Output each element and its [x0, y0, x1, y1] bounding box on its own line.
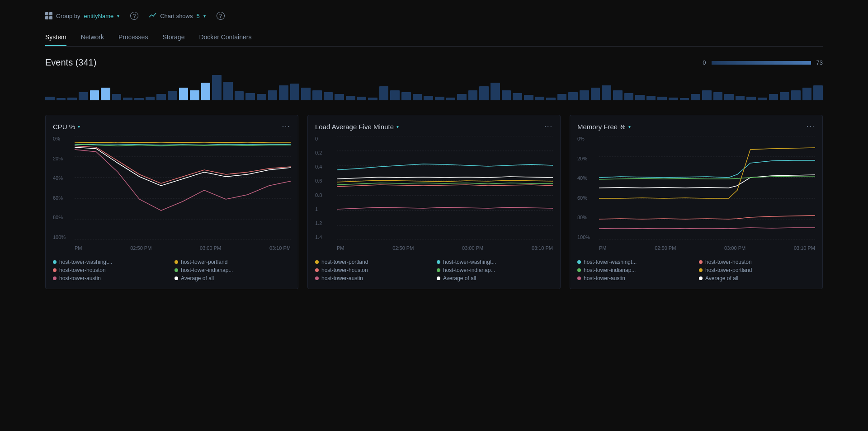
histogram-bar[interactable] — [257, 94, 266, 100]
histogram-bar[interactable] — [90, 90, 99, 100]
histogram-bar[interactable] — [290, 84, 300, 100]
histogram-bar[interactable] — [335, 94, 344, 100]
histogram-bar[interactable] — [324, 92, 333, 100]
histogram-bar[interactable] — [557, 94, 567, 100]
histogram-bar[interactable] — [401, 92, 411, 100]
histogram-bar[interactable] — [212, 75, 222, 100]
histogram-bar[interactable] — [468, 90, 478, 100]
histogram-bar[interactable] — [446, 98, 456, 100]
histogram-bar[interactable] — [346, 96, 355, 100]
histogram-bar[interactable] — [45, 97, 55, 100]
histogram-bar[interactable] — [223, 82, 233, 100]
cpu-chart-more[interactable]: ··· — [282, 122, 291, 131]
memory-title-group[interactable]: Memory Free % ▾ — [577, 123, 631, 131]
tab-docker[interactable]: Docker Containers — [199, 30, 251, 46]
histogram-bar[interactable] — [535, 97, 545, 100]
memory-chart-panel: Memory Free % ▾ ··· 100% 80% 60% 40% 20%… — [570, 115, 823, 289]
tab-storage[interactable]: Storage — [162, 30, 184, 46]
histogram-bar[interactable] — [312, 90, 322, 100]
range-bar — [712, 61, 811, 65]
histogram-bar[interactable] — [123, 98, 132, 100]
load-title-group[interactable]: Load Average Five Minute ▾ — [315, 123, 399, 131]
load-chart-panel: Load Average Five Minute ▾ ··· 1.4 1.2 1… — [307, 115, 561, 289]
histogram-bar[interactable] — [813, 85, 823, 100]
memory-chart-header: Memory Free % ▾ ··· — [577, 122, 815, 131]
histogram-bar[interactable] — [746, 97, 756, 100]
histogram-bar[interactable] — [79, 92, 88, 100]
histogram-bar[interactable] — [279, 85, 288, 100]
svg-rect-0 — [45, 12, 48, 15]
histogram-bar[interactable] — [457, 94, 467, 100]
chart-shows-value: 5 — [196, 13, 199, 19]
histogram-bar[interactable] — [580, 90, 589, 100]
histogram-bar[interactable] — [168, 91, 177, 100]
histogram-bar[interactable] — [657, 97, 667, 100]
histogram-bar[interactable] — [301, 88, 311, 101]
load-chart-more[interactable]: ··· — [544, 122, 553, 131]
histogram-bar[interactable] — [736, 96, 745, 100]
histogram-bar[interactable] — [235, 91, 244, 100]
group-by-value: entityName — [84, 13, 113, 19]
tab-system[interactable]: System — [45, 30, 66, 46]
histogram-bar[interactable] — [513, 93, 522, 100]
histogram-bar[interactable] — [502, 90, 511, 100]
histogram-bar[interactable] — [780, 92, 789, 100]
histogram-bar[interactable] — [769, 94, 778, 100]
load-y-axis: 1.4 1.2 1 0.8 0.6 0.4 0.2 0 — [315, 136, 335, 240]
histogram-bar[interactable] — [179, 88, 189, 101]
histogram-bar[interactable] — [546, 98, 556, 100]
memory-chart-more[interactable]: ··· — [807, 122, 815, 131]
histogram-bar[interactable] — [368, 98, 377, 100]
histogram-bar[interactable] — [435, 97, 444, 100]
histogram-bar[interactable] — [491, 83, 500, 100]
histogram-bar[interactable] — [413, 94, 422, 100]
histogram-bar[interactable] — [591, 88, 600, 101]
histogram-bar[interactable] — [680, 98, 689, 100]
histogram-bar[interactable] — [390, 90, 400, 100]
histogram-bar[interactable] — [758, 98, 767, 100]
histogram-bar[interactable] — [669, 98, 678, 100]
cpu-chart-panel: CPU % ▾ ··· 100% 80% 60% 40% 20% 0% — [45, 115, 298, 289]
histogram-bar[interactable] — [268, 90, 278, 100]
legend-item: host-tower-indianap... — [437, 267, 553, 273]
histogram-bar[interactable] — [479, 86, 489, 100]
histogram-bar[interactable] — [624, 93, 634, 100]
histogram-bar[interactable] — [724, 94, 734, 100]
histogram-bar[interactable] — [424, 96, 433, 100]
histogram-bar[interactable] — [112, 94, 122, 100]
cpu-title-group[interactable]: CPU % ▾ — [53, 123, 80, 131]
histogram-bar[interactable] — [101, 88, 110, 101]
histogram-bar[interactable] — [602, 85, 611, 100]
histogram-bar[interactable] — [791, 90, 801, 100]
histogram-bar[interactable] — [190, 90, 199, 100]
histogram-bar[interactable] — [691, 94, 700, 100]
load-chart-header: Load Average Five Minute ▾ ··· — [315, 122, 553, 131]
cpu-chart-inner — [75, 136, 291, 240]
histogram-bar[interactable] — [613, 90, 623, 100]
histogram-bar[interactable] — [802, 88, 812, 101]
group-by-help-icon[interactable]: ? — [130, 12, 138, 20]
histogram-bar[interactable] — [379, 86, 389, 100]
histogram-bar[interactable] — [201, 83, 211, 100]
histogram-bar[interactable] — [524, 95, 533, 100]
tab-network[interactable]: Network — [81, 30, 104, 46]
histogram-bar[interactable] — [568, 92, 578, 100]
histogram-bar[interactable] — [134, 98, 144, 100]
histogram-bar[interactable] — [156, 94, 166, 100]
histogram-bar[interactable] — [57, 98, 66, 100]
histogram-bar[interactable] — [646, 96, 656, 100]
chart-shows-control[interactable]: Chart shows 5 ▾ — [149, 13, 205, 19]
histogram-bar[interactable] — [146, 97, 155, 100]
histogram-bar[interactable] — [357, 97, 367, 100]
group-by-control[interactable]: Group by entityName ▾ — [45, 12, 119, 19]
svg-rect-3 — [49, 16, 52, 19]
range-max: 73 — [816, 59, 823, 66]
chart-shows-help-icon[interactable]: ? — [217, 12, 225, 20]
tab-processes[interactable]: Processes — [118, 30, 148, 46]
histogram-bar[interactable] — [245, 93, 255, 100]
events-header: Events (341) 0 73 — [45, 57, 823, 68]
histogram-bar[interactable] — [67, 98, 77, 100]
histogram-bar[interactable] — [635, 95, 645, 100]
histogram-bar[interactable] — [702, 90, 712, 100]
histogram-bar[interactable] — [713, 92, 723, 100]
